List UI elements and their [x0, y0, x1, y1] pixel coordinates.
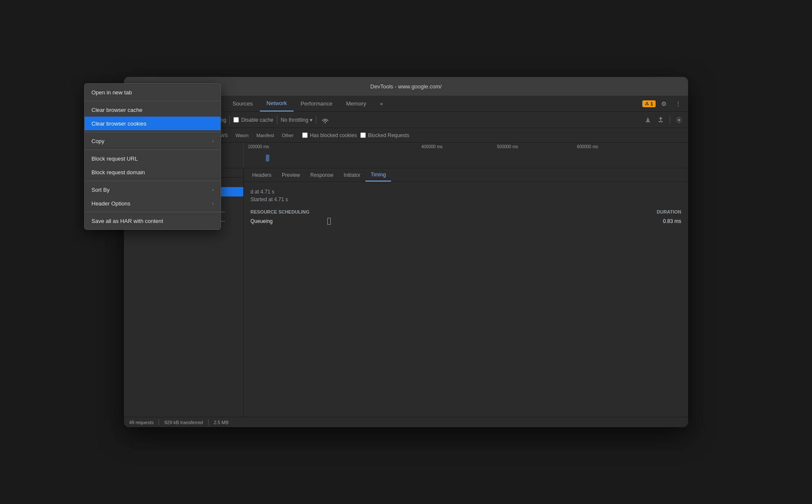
- filter-wasm[interactable]: Wasm: [232, 132, 252, 139]
- tab-initiator[interactable]: Initiator: [338, 168, 365, 182]
- import-har-icon[interactable]: [642, 114, 653, 126]
- context-separator: [124, 101, 221, 101]
- tab-headers[interactable]: Headers: [247, 168, 277, 182]
- timeline-bar-1: [266, 155, 269, 161]
- tab-network[interactable]: Network: [260, 96, 294, 111]
- tab-more[interactable]: »: [373, 96, 390, 111]
- submenu-arrow-copy: ›: [212, 139, 214, 144]
- blocked-requests-input[interactable]: [360, 132, 366, 138]
- export-har-icon[interactable]: [655, 114, 666, 126]
- has-blocked-cookies-checkbox[interactable]: Has blocked cookies: [302, 132, 357, 138]
- context-block-url[interactable]: Block request URL: [124, 152, 221, 165]
- throttle-selector[interactable]: No throttling ▾: [281, 117, 313, 123]
- filter-manifest[interactable]: Manifest: [253, 132, 278, 139]
- tab-sources[interactable]: Sources: [226, 96, 260, 111]
- context-menu: Open in new tab Clear browser cache Clea…: [124, 83, 221, 230]
- context-separator5: [124, 212, 221, 212]
- context-clear-cookies[interactable]: Clear browser cookies: [124, 117, 221, 130]
- context-clear-cache[interactable]: Clear browser cache: [124, 103, 221, 117]
- submenu-arrow-sort: ›: [212, 188, 214, 192]
- more-options-icon[interactable]: ⋮: [672, 97, 685, 110]
- settings-icon[interactable]: ⚙: [657, 97, 670, 110]
- status-divider2: [208, 419, 209, 425]
- total-size: 2.5 MB: [214, 420, 229, 425]
- separator3: [229, 116, 230, 124]
- tick-500000: 500000 ms: [497, 144, 518, 149]
- filter-other[interactable]: Other: [278, 132, 297, 139]
- context-block-domain[interactable]: Block request domain: [124, 165, 221, 179]
- network-settings-icon[interactable]: [674, 114, 685, 126]
- context-open-new-tab[interactable]: Open in new tab: [124, 85, 221, 99]
- timeline-right: 100000 ms 400000 ms 500000 ms 600000 ms: [244, 143, 688, 168]
- timing-panel: Headers Preview Response Initiator Timin…: [244, 168, 688, 417]
- tab-preview[interactable]: Preview: [277, 168, 305, 182]
- window-title: DevTools - www.google.com/: [371, 83, 442, 90]
- tick-400000: 400000 ms: [421, 144, 442, 149]
- context-save-har[interactable]: Save all as HAR with content: [124, 214, 221, 228]
- extra-filter-types: WS Wasm Manifest Other: [217, 132, 297, 139]
- queueing-bar: [327, 218, 647, 225]
- disable-cache-input[interactable]: [233, 117, 239, 123]
- context-separator4: [124, 181, 221, 181]
- disable-cache-checkbox[interactable]: Disable cache: [233, 117, 273, 123]
- queueing-row: Queueing 0.83 ms: [250, 218, 681, 225]
- transferred-size: 929 kB transferred: [164, 420, 203, 425]
- queueing-mini-bar: [327, 218, 331, 225]
- tick-600000: 600000 ms: [577, 144, 598, 149]
- context-copy[interactable]: Copy ›: [124, 134, 221, 148]
- separator4: [277, 116, 277, 124]
- tab-performance[interactable]: Performance: [294, 96, 339, 111]
- queueing-value: 0.83 ms: [647, 218, 681, 224]
- tab-response[interactable]: Response: [305, 168, 338, 182]
- toolbar-right: [642, 114, 685, 126]
- context-sort-by[interactable]: Sort By ›: [124, 183, 221, 196]
- separator5: [316, 116, 316, 124]
- timing-content: d at 4.71 s Started at 4.71 s Resource S…: [244, 182, 688, 417]
- started-at-2: Started at 4.71 s: [250, 196, 681, 202]
- context-separator3: [124, 149, 221, 150]
- svg-point-6: [325, 122, 326, 123]
- svg-point-7: [678, 119, 680, 121]
- submenu-arrow-header: ›: [212, 201, 214, 206]
- tick-100000: 100000 ms: [248, 144, 269, 149]
- resource-scheduling-header: Resource Scheduling DURATION: [250, 209, 681, 214]
- devtools-window: DevTools - www.google.com/ Elements Cons…: [124, 77, 688, 427]
- separator6: [670, 116, 670, 124]
- timing-tab-list: Headers Preview Response Initiator Timin…: [244, 168, 688, 182]
- tabs-right-controls: ⚠ 1 ⚙ ⋮: [642, 97, 685, 110]
- status-bar: 49 requests 929 kB transferred 2.5 MB: [124, 417, 688, 427]
- tab-memory[interactable]: Memory: [339, 96, 373, 111]
- context-separator2: [124, 132, 221, 132]
- started-at-1: d at 4.71 s: [250, 189, 681, 195]
- requests-count: 49 requests: [129, 420, 153, 425]
- status-divider: [159, 419, 159, 425]
- blocked-requests-checkbox[interactable]: Blocked Requests: [360, 132, 409, 138]
- has-blocked-cookies-input[interactable]: [302, 132, 308, 138]
- tab-timing[interactable]: Timing: [365, 168, 391, 182]
- context-header-options[interactable]: Header Options ›: [124, 196, 221, 210]
- queueing-label: Queueing: [250, 218, 327, 224]
- notification-badge[interactable]: ⚠ 1: [642, 100, 656, 107]
- network-conditions-icon[interactable]: [320, 114, 331, 126]
